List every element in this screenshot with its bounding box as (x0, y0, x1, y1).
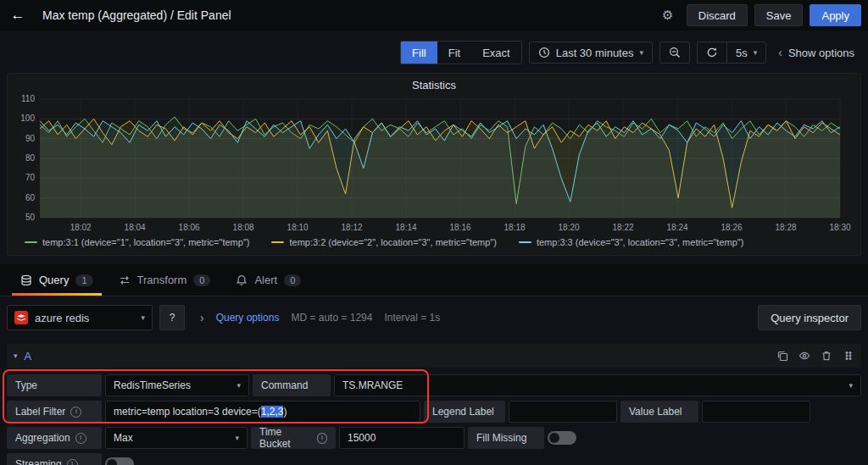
back-arrow-icon: ← (11, 7, 25, 23)
show-options-label: Show options (788, 47, 854, 59)
transform-icon (119, 274, 131, 286)
svg-text:18:16: 18:16 (450, 223, 471, 232)
tab-query-label: Query (39, 274, 69, 286)
legend-item[interactable]: temp:3:2 (device="2", location="3", metr… (271, 237, 496, 247)
command-select[interactable]: TS.MRANGE ▾ (334, 374, 861, 396)
datasource-name: azure redis (35, 312, 89, 324)
label-filter-label: Label Filter i (7, 401, 102, 423)
legend-label-input[interactable] (509, 401, 617, 423)
drag-handle[interactable] (843, 350, 854, 362)
form-row-type-command: Type RedisTimeSeries ▾ Command TS.MRANGE… (7, 374, 861, 396)
trash-icon (821, 350, 832, 362)
interval-text: Interval = 1s (384, 312, 440, 324)
datasource-picker[interactable]: azure redis ▾ (7, 305, 153, 330)
streaming-toggle[interactable] (105, 457, 134, 465)
duplicate-query-button[interactable] (776, 350, 788, 362)
redis-datasource-icon (14, 311, 28, 324)
query-ref-id: A (25, 350, 32, 363)
legend-series-color-dash (25, 241, 37, 243)
collapse-chevron-icon[interactable]: ▾ (14, 352, 18, 360)
info-icon[interactable]: i (75, 433, 86, 444)
info-icon[interactable]: i (70, 407, 81, 418)
command-label-text: Command (261, 379, 308, 391)
apply-button[interactable]: Apply (810, 4, 861, 26)
tab-alert-badge: 0 (284, 274, 301, 286)
back-button[interactable]: ← (0, 0, 36, 30)
query-editor-form: Type RedisTimeSeries ▾ Command TS.MRANGE… (7, 368, 861, 465)
legend-item[interactable]: temp:3:1 (device="1", location="3", metr… (25, 237, 249, 247)
label-filter-label-text: Label Filter (15, 406, 65, 418)
tab-transform-label: Transform (137, 274, 187, 286)
chart-legend: temp:3:1 (device="1", location="3", metr… (14, 236, 854, 248)
gear-icon: ⚙ (662, 8, 673, 23)
help-icon: ? (170, 312, 175, 324)
tab-transform-badge: 0 (193, 274, 210, 286)
type-select-value: RedisTimeSeries (114, 379, 191, 391)
refresh-button-group: 5s ▾ (697, 42, 766, 64)
chevron-down-icon: ▾ (235, 435, 239, 442)
svg-text:18:02: 18:02 (70, 223, 92, 232)
streaming-label: Streaming i (7, 453, 102, 465)
database-icon (20, 274, 32, 286)
max-data-points-text: MD = auto = 1294 (291, 312, 372, 324)
tab-transform[interactable]: Transform 0 (107, 264, 223, 296)
refresh-button[interactable] (697, 42, 726, 64)
form-row-label-filter: Label Filter i metric=temp location=3 de… (7, 401, 861, 423)
tab-query-badge: 1 (75, 274, 92, 286)
value-label-input[interactable] (702, 401, 810, 423)
label-filter-value-prefix: metric=temp location=3 device=( (114, 406, 261, 418)
panel-settings-button[interactable]: ⚙ (656, 4, 680, 26)
timeseries-chart: 506070809010011018:0218:0418:0618:0818:1… (14, 94, 854, 236)
tab-alert[interactable]: Alert 0 (224, 264, 313, 296)
exact-mode-button[interactable]: Exact (471, 42, 521, 64)
time-bucket-input[interactable]: 15000 (339, 427, 465, 449)
form-row-aggregation: Aggregation i Max ▾ Time Bucket i 15000 … (7, 427, 861, 449)
time-range-label: Last 30 minutes (556, 47, 634, 59)
legend-series-color-dash (271, 241, 284, 243)
legend-series-color-dash (519, 241, 531, 243)
svg-text:90: 90 (25, 134, 36, 143)
time-range-picker[interactable]: Last 30 minutes ▾ (529, 42, 653, 64)
info-icon[interactable]: i (67, 459, 78, 465)
query-row-header[interactable]: ▾ A (7, 344, 861, 368)
svg-text:18:12: 18:12 (342, 223, 363, 232)
fill-missing-label: Fill Missing (468, 427, 544, 449)
label-filter-selected-text: 1,2,3 (261, 406, 284, 418)
legend-item[interactable]: temp:3:3 (device="3", location="3", metr… (519, 237, 743, 247)
eye-icon (798, 350, 810, 362)
copy-icon (776, 350, 788, 362)
fill-mode-button[interactable]: Fill (401, 42, 437, 64)
aggregation-label-text: Aggregation (15, 432, 70, 444)
clock-icon (538, 47, 550, 58)
info-icon[interactable]: i (317, 433, 327, 444)
save-button[interactable]: Save (754, 4, 804, 26)
show-options-button[interactable]: ‹ Show options (773, 47, 860, 59)
fit-mode-segmented-control: Fill Fit Exact (400, 41, 522, 64)
query-inspector-button[interactable]: Query inspector (758, 305, 861, 330)
query-options-toggle[interactable]: Query options (216, 312, 280, 324)
chevron-left-icon: ‹ (778, 47, 782, 58)
label-filter-input[interactable]: metric=temp location=3 device=(1,2,3) (105, 401, 420, 423)
chevron-right-icon: › (200, 312, 204, 324)
zoom-out-button[interactable] (659, 42, 690, 64)
fit-mode-button[interactable]: Fit (437, 42, 471, 64)
label-filter-value-suffix: ) (283, 406, 287, 418)
svg-text:100: 100 (20, 113, 35, 123)
datasource-help-button[interactable]: ? (159, 305, 185, 330)
command-label: Command (253, 374, 331, 396)
delete-query-button[interactable] (821, 350, 832, 362)
chart-panel: Statistics 506070809010011018:0218:0418:… (7, 73, 861, 256)
type-select[interactable]: RedisTimeSeries ▾ (105, 374, 249, 396)
aggregation-select[interactable]: Max ▾ (105, 427, 248, 449)
legend-series-name: temp:3:2 (device="2", location="3", metr… (289, 237, 496, 247)
svg-text:18:08: 18:08 (233, 223, 254, 232)
query-row-actions (776, 350, 854, 362)
tab-query[interactable]: Query 1 (8, 264, 105, 296)
hide-query-button[interactable] (798, 350, 810, 362)
fill-missing-toggle[interactable] (548, 431, 576, 445)
refresh-interval-dropdown[interactable]: 5s ▾ (726, 42, 766, 64)
svg-text:18:22: 18:22 (613, 223, 634, 232)
svg-text:70: 70 (25, 173, 36, 182)
form-row-streaming: Streaming i (7, 453, 861, 465)
discard-button[interactable]: Discard (687, 4, 748, 26)
